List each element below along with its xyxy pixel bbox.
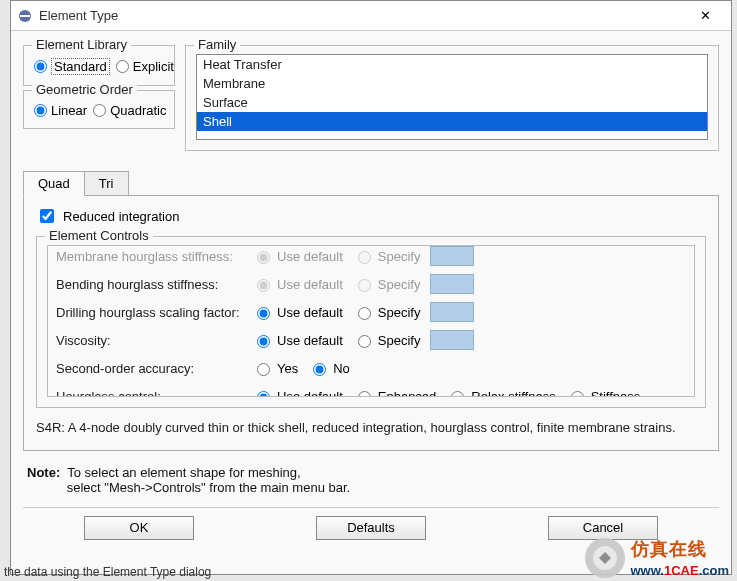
- drilling-specify[interactable]: Specify: [353, 304, 421, 320]
- radio-quadratic[interactable]: Quadratic: [93, 103, 166, 118]
- cancel-button[interactable]: Cancel: [548, 516, 658, 540]
- viscosity-default[interactable]: Use default: [252, 332, 343, 348]
- background-text: the data using the Element Type dialog: [0, 563, 215, 581]
- family-group: Family Heat Transfer Membrane Surface Sh…: [185, 45, 719, 151]
- note-line2: select "Mesh->Controls" from the main me…: [67, 480, 350, 495]
- defaults-button[interactable]: Defaults: [316, 516, 426, 540]
- hourglass-enhanced[interactable]: Enhanced: [353, 388, 437, 397]
- close-icon: ✕: [700, 8, 711, 23]
- hourglass-default[interactable]: Use default: [252, 388, 343, 397]
- element-library-group: Element Library Standard Explicit: [23, 45, 175, 86]
- radio-explicit[interactable]: Explicit: [116, 59, 174, 74]
- element-library-legend: Element Library: [32, 37, 131, 52]
- radio-standard-input[interactable]: [34, 60, 47, 73]
- dialog-content: Element Library Standard Explicit Geomet…: [11, 31, 731, 550]
- window-title: Element Type: [39, 8, 685, 23]
- radio-linear-input[interactable]: [34, 104, 47, 117]
- drilling-label: Drilling hourglass scaling factor:: [56, 305, 246, 320]
- membrane-value: [430, 246, 474, 266]
- family-item-heat-transfer[interactable]: Heat Transfer: [197, 55, 707, 74]
- element-controls-group: Element Controls Membrane hourglass stif…: [36, 236, 706, 408]
- bending-value: [430, 274, 474, 294]
- family-item-membrane[interactable]: Membrane: [197, 74, 707, 93]
- checkbox-reduced-integration[interactable]: [40, 209, 54, 223]
- radio-standard[interactable]: Standard: [34, 58, 110, 75]
- geometric-order-group: Geometric Order Linear Quadratic: [23, 90, 175, 129]
- bending-label: Bending hourglass stiffness:: [56, 277, 246, 292]
- reduced-integration-label: Reduced integration: [63, 209, 179, 224]
- family-listbox[interactable]: Heat Transfer Membrane Surface Shell: [196, 54, 708, 140]
- dialog-buttons: OK Defaults Cancel: [23, 507, 719, 540]
- geometric-order-legend: Geometric Order: [32, 82, 137, 97]
- app-icon: [17, 8, 33, 24]
- second-order-no[interactable]: No: [308, 360, 350, 376]
- bending-default: Use default: [252, 276, 343, 292]
- ok-button[interactable]: OK: [84, 516, 194, 540]
- radio-quadratic-label: Quadratic: [110, 103, 166, 118]
- tab-quad-content: Reduced integration Element Controls Mem…: [23, 195, 719, 451]
- viscosity-label: Viscosity:: [56, 333, 246, 348]
- element-description: S4R: A 4-node doubly curved thin or thic…: [36, 418, 706, 438]
- radio-explicit-label: Explicit: [133, 59, 174, 74]
- radio-standard-label: Standard: [51, 58, 110, 75]
- hourglass-stiffness[interactable]: Stiffness: [566, 388, 641, 397]
- note-line1: To select an element shape for meshing,: [67, 465, 300, 480]
- family-legend: Family: [194, 37, 240, 52]
- radio-quadratic-input[interactable]: [93, 104, 106, 117]
- tab-tri[interactable]: Tri: [84, 171, 129, 196]
- element-controls-legend: Element Controls: [45, 228, 153, 243]
- family-item-shell[interactable]: Shell: [197, 112, 707, 131]
- second-order-yes[interactable]: Yes: [252, 360, 298, 376]
- svg-rect-1: [20, 15, 30, 17]
- family-item-surface[interactable]: Surface: [197, 93, 707, 112]
- viscosity-value[interactable]: [430, 330, 474, 350]
- note-text: Note: To select an element shape for mes…: [27, 465, 715, 495]
- hourglass-label: Hourglass control:: [56, 389, 246, 398]
- bending-specify: Specify: [353, 276, 421, 292]
- radio-linear[interactable]: Linear: [34, 103, 87, 118]
- membrane-default: Use default: [252, 248, 343, 264]
- drilling-value[interactable]: [430, 302, 474, 322]
- titlebar: Element Type ✕: [11, 1, 731, 31]
- hourglass-relax[interactable]: Relax stiffness: [446, 388, 555, 397]
- shape-tabs: Quad Tri: [23, 171, 719, 196]
- drilling-default[interactable]: Use default: [252, 304, 343, 320]
- membrane-specify: Specify: [353, 248, 421, 264]
- radio-linear-label: Linear: [51, 103, 87, 118]
- dialog-window: Element Type ✕ Element Library Standard …: [10, 0, 732, 575]
- membrane-label: Membrane hourglass stiffness:: [56, 249, 246, 264]
- note-label: Note:: [27, 465, 60, 480]
- close-button[interactable]: ✕: [685, 2, 725, 30]
- element-controls-scroll[interactable]: Membrane hourglass stiffness: Use defaul…: [47, 245, 695, 397]
- radio-explicit-input[interactable]: [116, 60, 129, 73]
- viscosity-specify[interactable]: Specify: [353, 332, 421, 348]
- second-order-label: Second-order accuracy:: [56, 361, 246, 376]
- tab-quad[interactable]: Quad: [23, 171, 85, 196]
